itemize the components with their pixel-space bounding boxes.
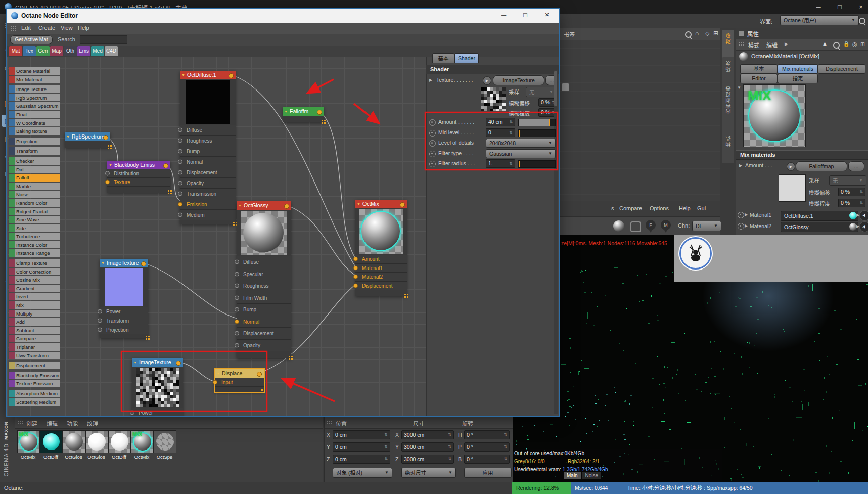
list-item[interactable]: Compare — [9, 335, 60, 343]
close-button[interactable]: × — [545, 11, 549, 19]
mode-menu[interactable]: 模式 — [748, 41, 759, 49]
tab-shader[interactable]: Shader — [454, 53, 479, 63]
port-bump[interactable]: Bump — [237, 304, 291, 316]
port-dot[interactable] — [130, 410, 134, 415]
slider-tick[interactable] — [549, 119, 550, 126]
port-material2[interactable]: Material2 — [355, 273, 407, 282]
port-dot[interactable] — [178, 170, 182, 175]
list-item[interactable]: Cosine Mix — [9, 276, 60, 284]
maximize-button[interactable]: □ — [830, 0, 849, 14]
list-item[interactable]: Dirt — [9, 166, 60, 174]
list-item[interactable]: Transform — [9, 147, 60, 155]
slider-tick[interactable] — [519, 130, 520, 137]
port-dot[interactable] — [178, 160, 182, 164]
collapse-icon[interactable]: ▼ — [238, 201, 242, 210]
size-input[interactable]: 3000 cm⇅ — [401, 442, 454, 452]
node-displace[interactable]: ▼DisplaceInput — [215, 369, 264, 392]
material-tile[interactable]: OctDiff — [40, 430, 62, 460]
region-icon[interactable] — [630, 221, 641, 232]
attr-tab-1[interactable]: Mix materials — [778, 64, 818, 74]
port-dot[interactable] — [178, 213, 182, 217]
port-transmission[interactable]: Transmission — [180, 189, 236, 199]
tab-basic[interactable]: 基本 — [432, 53, 454, 63]
material-tile[interactable]: MIXOctMix — [131, 430, 153, 460]
editor-menu-view[interactable]: View — [61, 25, 73, 31]
output-port[interactable] — [163, 163, 168, 168]
viewer-menu-clipped[interactable]: s — [611, 205, 614, 211]
pick-cursor-button[interactable]: ➤ — [858, 209, 868, 223]
object-icon[interactable] — [562, 83, 569, 91]
port-normal[interactable]: Normal — [180, 157, 236, 167]
texture-shader-button[interactable]: ImageTexture — [493, 75, 544, 85]
node-header[interactable]: ▼OctMix — [355, 200, 407, 208]
output-port[interactable] — [317, 110, 322, 115]
size-mode-dropdown[interactable]: 绝对尺寸▼ — [401, 468, 456, 478]
amount-shader-button[interactable]: Falloffmap — [796, 161, 847, 171]
node-header[interactable]: ▼OctGlossy — [237, 201, 291, 210]
port-dot[interactable] — [105, 171, 110, 176]
collapse-icon[interactable]: ▼ — [737, 85, 741, 90]
list-item[interactable]: Baking texture — [9, 127, 60, 136]
port-dot[interactable] — [235, 331, 239, 336]
resize-grip-icon[interactable] — [233, 222, 235, 223]
port-dot[interactable] — [235, 284, 239, 288]
port-roughness[interactable]: Roughness — [237, 280, 291, 292]
port-medium[interactable]: Medium — [180, 210, 236, 220]
drag-handle-icon[interactable] — [10, 25, 17, 31]
sample-dropdown[interactable]: 无▼ — [526, 87, 557, 97]
port-material1[interactable]: Material1 — [355, 264, 407, 273]
close-button[interactable]: × — [851, 0, 868, 14]
collapse-icon[interactable]: ▼ — [216, 369, 220, 378]
edit-menu[interactable]: 编辑 — [766, 41, 778, 49]
pick-cursor-button[interactable]: ➤ — [858, 220, 868, 234]
material-thumb[interactable] — [154, 430, 176, 453]
list-item[interactable]: Color Correction — [9, 268, 60, 276]
param-value-4[interactable]: 1.⇅ — [486, 159, 515, 168]
list-item[interactable]: Checker — [9, 157, 60, 165]
port-displacement[interactable]: Displacement — [180, 167, 236, 178]
port-dot[interactable] — [353, 283, 358, 288]
port-dot[interactable] — [98, 318, 102, 323]
expand-icon[interactable]: ▶ — [429, 78, 432, 82]
browser-menu-2[interactable]: 功能 — [67, 419, 78, 427]
browser-menu-1[interactable]: 编辑 — [47, 419, 58, 427]
param-slider-0[interactable] — [518, 119, 556, 126]
list-item[interactable]: Float — [9, 111, 60, 119]
apply-button[interactable]: 应用 — [464, 468, 512, 478]
list-item[interactable]: Random Color — [9, 199, 60, 207]
list-item[interactable]: Texture Emission — [9, 380, 60, 388]
list-item[interactable]: Instance Range — [9, 249, 60, 257]
port-film-width[interactable]: Film Width — [237, 292, 291, 304]
material-value-1[interactable]: OctDiffuse.1 — [781, 211, 858, 221]
collapse-icon[interactable]: ▼ — [284, 107, 288, 116]
node-imagetexture-mid[interactable]: ▼ImageTexturePowerTransformProjection — [100, 259, 148, 338]
viewer-menu-compare[interactable]: Compare — [619, 205, 642, 211]
link-arrow-button[interactable]: ▶ — [787, 162, 795, 171]
port-dot[interactable] — [235, 307, 239, 312]
material-radio[interactable] — [738, 223, 744, 230]
node-imagetexture-bottom[interactable]: ▼ImageTexturePower — [132, 358, 183, 416]
add-panel-icon[interactable]: ⊞ — [713, 30, 718, 37]
browser-menu-0[interactable]: 创建 — [26, 419, 37, 427]
port-dot[interactable] — [178, 192, 182, 196]
param-value-1[interactable]: 0⇅ — [486, 128, 515, 137]
material-tile[interactable]: OctDiff — [108, 430, 130, 460]
editor-menu-edit[interactable]: Edit — [21, 25, 31, 31]
param-value-3[interactable]: Gaussian▼ — [486, 149, 556, 158]
list-item[interactable]: Triplanar — [9, 343, 60, 351]
param-slider-1[interactable] — [518, 129, 556, 137]
minimize-button[interactable]: ─ — [501, 11, 506, 19]
node-header[interactable]: ▼Displace — [215, 369, 264, 378]
collapse-icon[interactable]: ▼ — [66, 132, 70, 141]
category-tab-gen[interactable]: Gen — [36, 46, 50, 56]
material-tile[interactable]: OctSpe — [154, 430, 175, 460]
port-opacity[interactable]: Opacity — [180, 178, 236, 189]
node-octmix[interactable]: ▼OctMixAmountMaterial1Material2Displacem… — [355, 200, 407, 296]
resize-grip-icon[interactable] — [289, 356, 290, 357]
pos-input[interactable]: 0 cm⇅ — [333, 430, 390, 439]
port-opacity[interactable]: Opacity — [237, 340, 291, 352]
resize-grip-icon[interactable] — [261, 389, 263, 391]
coord-mode-dropdown[interactable]: 对象 (相对)▼ — [333, 468, 392, 478]
list-item[interactable]: Noise — [9, 191, 60, 199]
editor-menu-help[interactable]: Help — [78, 25, 89, 31]
